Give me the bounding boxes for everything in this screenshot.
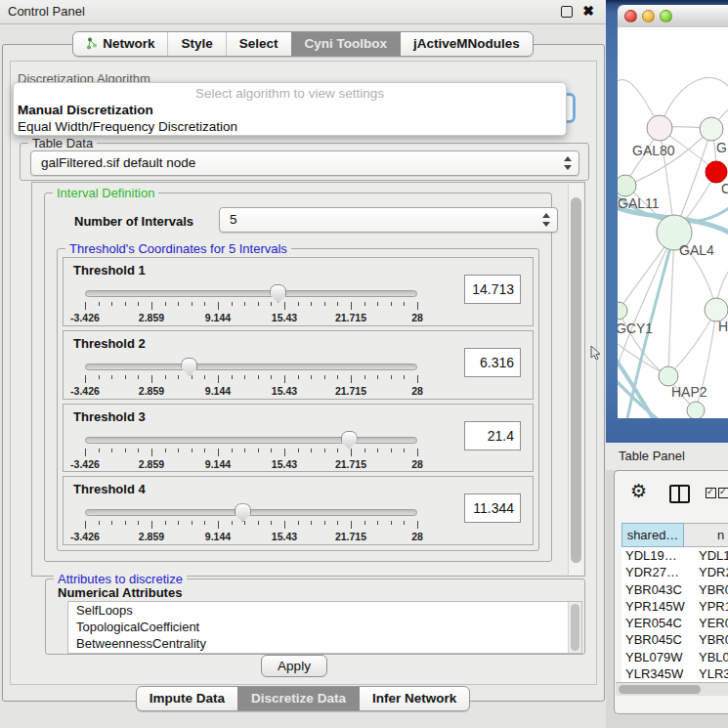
cell-shared-name[interactable]: YBR045C: [621, 631, 691, 648]
attribute-items: SelfLoopsTopologicalCoefficientBetweenne…: [68, 602, 581, 652]
network-window[interactable]: GAL80G.CGAL11GAL4GCY1HHAP2: [606, 0, 728, 443]
network-node[interactable]: [687, 402, 705, 418]
table-row[interactable]: YPR145WYPR1: [621, 598, 728, 615]
network-node-label: GAL80: [632, 143, 675, 158]
algorithm-option[interactable]: Equal Width/Frequency Discretization: [18, 118, 570, 135]
threshold-value-2[interactable]: 6.316: [464, 348, 521, 377]
cell-name[interactable]: YLR3: [691, 665, 728, 682]
threshold-slider-3[interactable]: -3.4262.8599.14415.4321.71528: [85, 428, 417, 471]
attribute-item[interactable]: SelfLoops: [68, 602, 581, 619]
threshold-slider-2[interactable]: -3.4262.8599.14415.4321.71528: [85, 355, 417, 398]
interval-vscrollbar[interactable]: [568, 184, 583, 575]
tab-network[interactable]: Network: [73, 32, 167, 56]
zoom-traffic-light-icon[interactable]: [660, 10, 672, 22]
network-node[interactable]: [706, 161, 727, 183]
table-data-combo[interactable]: galFiltered.sif default node: [30, 150, 579, 176]
cell-name[interactable]: YBL0: [691, 649, 728, 665]
cell-name[interactable]: YBR0: [691, 631, 728, 648]
attribute-item[interactable]: TopologicalCoefficient: [68, 619, 581, 635]
table-row[interactable]: YBL079WYBL0: [621, 649, 728, 665]
column-header-shared[interactable]: shared…: [621, 523, 684, 547]
tab-label: Impute Data: [150, 691, 225, 706]
gear-icon[interactable]: ⚙: [630, 482, 647, 500]
num-intervals-value: 5: [230, 212, 237, 227]
cell-name[interactable]: YPR1: [691, 598, 728, 615]
cell-shared-name[interactable]: YLR345W: [621, 665, 691, 682]
slider-track[interactable]: [85, 509, 417, 516]
control-panel: Control Panel ✖ NetworkStyleSelectCyni T…: [0, 0, 606, 728]
attributes-vscrollbar[interactable]: [568, 602, 581, 653]
network-node[interactable]: [618, 175, 636, 196]
table-row[interactable]: YLR345WYLR3: [621, 665, 728, 682]
network-node[interactable]: [647, 115, 672, 141]
network-node[interactable]: [659, 366, 678, 386]
network-node-label: GAL11: [618, 195, 660, 211]
threshold-slider-1[interactable]: -3.4262.8599.14415.4321.71528: [85, 281, 417, 324]
minimize-traffic-light-icon[interactable]: [642, 10, 655, 22]
table-row[interactable]: YBR043CYBR0: [621, 581, 728, 598]
threshold-value-3[interactable]: 21.4: [464, 421, 521, 450]
cell-shared-name[interactable]: YPR145W: [621, 598, 691, 615]
table-row[interactable]: YDR27…YDR2: [621, 564, 728, 580]
num-intervals-combo[interactable]: 5: [219, 207, 558, 233]
network-icon: [86, 37, 98, 50]
tab-impute-data[interactable]: Impute Data: [137, 687, 237, 710]
algorithm-dropdown-hint: Select algorithm to view settings: [14, 86, 566, 101]
network-canvas[interactable]: GAL80G.CGAL11GAL4GCY1HHAP2: [618, 27, 728, 418]
attributes-vscroll-thumb[interactable]: [571, 604, 579, 651]
network-graph: GAL80G.CGAL11GAL4GCY1HHAP2: [618, 27, 728, 418]
slider-track[interactable]: [85, 290, 417, 297]
column-header-name[interactable]: n: [684, 523, 728, 547]
threshold-value-4[interactable]: 11.344: [464, 493, 521, 523]
float-window-icon[interactable]: [561, 6, 573, 18]
tab-style[interactable]: Style: [167, 32, 225, 56]
slider-tick-labels: -3.4262.8599.14415.4321.71528: [85, 312, 417, 323]
slider-thumb[interactable]: [270, 284, 286, 303]
tab-label: Network: [103, 36, 154, 51]
slider-track[interactable]: [85, 437, 417, 444]
threshold-slider-4[interactable]: -3.4262.8599.14415.4321.71528: [85, 500, 417, 543]
split-columns-icon[interactable]: [669, 485, 690, 503]
checkbox-icon[interactable]: [706, 488, 716, 498]
table-row[interactable]: YER054CYER0: [621, 615, 728, 631]
interval-vscroll-thumb[interactable]: [571, 197, 581, 563]
cell-shared-name[interactable]: YBR043C: [621, 581, 691, 598]
cell-shared-name[interactable]: YDR27…: [621, 564, 691, 580]
table-row[interactable]: YBR045CYBR0: [621, 631, 728, 648]
close-traffic-light-icon[interactable]: [624, 10, 637, 22]
slider-thumb[interactable]: [235, 503, 251, 522]
attribute-item[interactable]: BetweennessCentrality: [68, 635, 581, 652]
table-panel: ⚙ shared… n YDL19…YDL1YDR27…YDR2YBR043CY…: [614, 470, 728, 714]
tab-discretize-data[interactable]: Discretize Data: [237, 687, 359, 710]
checkbox-icon[interactable]: [718, 488, 728, 498]
cell-name[interactable]: YDR2: [691, 564, 728, 580]
tab-cyni-toolbox[interactable]: Cyni Toolbox: [291, 32, 401, 56]
threshold-panel-2: Threshold 2 -3.4262.8599.14415.4321.7152…: [63, 330, 534, 400]
tab-infer-network[interactable]: Infer Network: [359, 687, 469, 710]
slider-thumb[interactable]: [181, 358, 197, 376]
algorithm-option[interactable]: Manual Discretization: [18, 102, 570, 118]
cell-name[interactable]: YBR0: [691, 581, 728, 598]
cell-shared-name[interactable]: YDL19…: [621, 547, 691, 564]
tab-select[interactable]: Select: [226, 32, 291, 56]
cell-shared-name[interactable]: YER054C: [621, 615, 691, 631]
network-node[interactable]: [700, 117, 723, 141]
numerical-attributes-list[interactable]: SelfLoopsTopologicalCoefficientBetweenne…: [67, 601, 582, 654]
network-node[interactable]: [618, 302, 627, 320]
apply-button[interactable]: Apply: [261, 655, 327, 677]
cell-shared-name[interactable]: YBL079W: [621, 649, 691, 665]
table-hscrollbar[interactable]: [616, 682, 728, 696]
cell-name[interactable]: YDL1: [691, 547, 728, 564]
table-row[interactable]: YDL19…YDL1: [621, 547, 728, 564]
tab-jactivemnodules[interactable]: jActiveMNodules: [400, 32, 533, 56]
top-tabgroup: NetworkStyleSelectCyni ToolboxjActiveMNo…: [72, 31, 534, 57]
table-rows: YDL19…YDL1YDR27…YDR2YBR043CYBR0YPR145WYP…: [621, 547, 728, 682]
threshold-value-1[interactable]: 14.713: [464, 275, 521, 304]
tab-label: Style: [181, 36, 212, 51]
close-icon[interactable]: ✖: [582, 3, 594, 19]
slider-thumb[interactable]: [341, 431, 358, 450]
cell-name[interactable]: YER0: [691, 615, 728, 631]
table-panel-toolbar: ⚙: [615, 471, 728, 522]
table-hscroll-thumb[interactable]: [619, 685, 701, 694]
slider-track[interactable]: [85, 364, 417, 370]
